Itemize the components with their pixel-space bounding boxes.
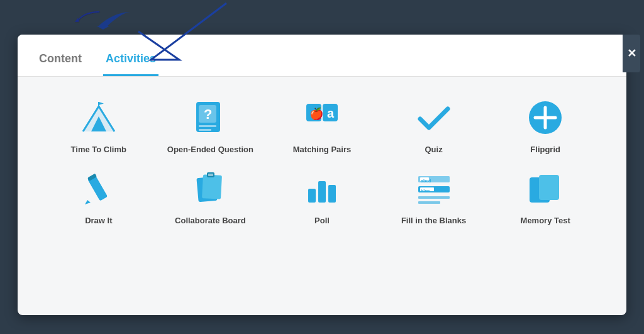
svg-marker-16 (85, 200, 91, 204)
close-icon: ✕ (627, 47, 636, 60)
svg-rect-19 (202, 174, 222, 199)
svg-rect-7 (199, 129, 211, 131)
memory-test-label: Memory Test (521, 216, 570, 225)
activities-row-1: Time To Climb ? Open-Ended Questio (43, 96, 601, 154)
activity-memory-test[interactable]: Memory Test (495, 167, 596, 225)
arrow-pointer (88, 0, 233, 69)
tab-content[interactable]: Content (36, 46, 84, 76)
fill-in-blanks-icon: abcd blan (412, 167, 456, 211)
activity-flipgrid[interactable]: Flipgrid (495, 96, 596, 154)
fill-in-blanks-label: Fill in the Blanks (401, 216, 466, 225)
svg-text:blan: blan (421, 189, 430, 193)
poll-icon (300, 167, 344, 211)
activities-row-2: Draw It Collaborate Board (43, 167, 601, 225)
activity-quiz[interactable]: Quiz (384, 96, 484, 154)
svg-text:🍎: 🍎 (309, 107, 324, 121)
activity-time-to-climb[interactable]: Time To Climb (48, 96, 149, 154)
svg-rect-33 (418, 201, 440, 204)
svg-rect-32 (418, 196, 450, 199)
poll-label: Poll (314, 216, 330, 225)
collaborate-board-label: Collaborate Board (175, 216, 246, 225)
activity-open-ended[interactable]: ? Open-Ended Question (160, 96, 260, 154)
activity-poll[interactable]: Poll (272, 167, 372, 225)
svg-rect-23 (318, 181, 326, 203)
matching-pairs-label: Matching Pairs (293, 145, 351, 154)
svg-rect-35 (539, 175, 559, 200)
modal: Content Activities Time To Climb (18, 35, 626, 315)
open-ended-label: Open-Ended Question (167, 145, 253, 154)
time-to-climb-label: Time To Climb (71, 145, 126, 154)
matching-pairs-icon: 🍎 a (300, 96, 344, 140)
collaborate-board-icon (188, 167, 232, 211)
svg-text:?: ? (204, 106, 212, 122)
svg-text:a: a (327, 106, 335, 120)
svg-text:abcd: abcd (421, 179, 431, 183)
svg-rect-24 (328, 185, 336, 203)
flipgrid-icon (523, 96, 567, 140)
svg-rect-22 (308, 189, 316, 203)
activity-matching-pairs[interactable]: 🍎 a Matching Pairs (272, 96, 372, 154)
close-button[interactable]: ✕ (623, 35, 640, 72)
memory-test-icon (523, 167, 567, 211)
activity-fill-in-blanks[interactable]: abcd blan Fill in the Blanks (384, 167, 484, 225)
modal-body: Time To Climb ? Open-Ended Questio (18, 77, 626, 244)
open-ended-question-icon: ? (188, 96, 232, 140)
time-to-climb-icon (77, 96, 121, 140)
draw-it-icon (77, 167, 121, 211)
flipgrid-label: Flipgrid (530, 145, 560, 154)
svg-rect-6 (199, 125, 216, 127)
quiz-label: Quiz (425, 145, 442, 154)
draw-it-label: Draw It (85, 216, 112, 225)
quiz-icon (412, 96, 456, 140)
activity-collaborate-board[interactable]: Collaborate Board (160, 167, 260, 225)
activity-draw-it[interactable]: Draw It (48, 167, 149, 225)
svg-rect-21 (208, 174, 213, 176)
